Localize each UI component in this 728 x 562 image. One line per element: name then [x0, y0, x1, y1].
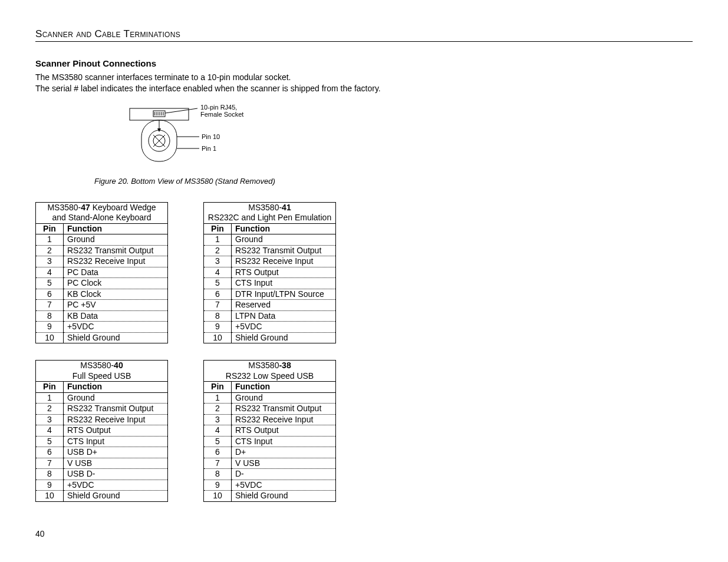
pin-cell: 8 — [204, 469, 232, 480]
table-row: 8D- — [204, 469, 336, 480]
pin-cell: 5 — [36, 436, 64, 447]
table-row: 4RTS Output — [204, 425, 336, 437]
table-subtitle: RS232 Low Speed USB — [204, 371, 336, 382]
table-row: 1Ground — [36, 392, 168, 404]
pinout-table-38: MS3580-38RS232 Low Speed USBPinFunction1… — [203, 360, 336, 502]
table-row: 7V USB — [204, 458, 336, 469]
figure: 10-pin RJ45, Female Socket Pin 10 Pin 1 — [124, 103, 693, 173]
pin-cell: 8 — [36, 310, 64, 322]
table-subtitle: and Stand-Alone Keyboard — [36, 213, 168, 223]
pinout-table: MS3580-47 Keyboard Wedgeand Stand-Alone … — [35, 202, 168, 344]
function-cell: RS232 Receive Input — [64, 414, 168, 425]
table-row: 2RS232 Transmit Output — [204, 245, 336, 256]
table-row: 5CTS Input — [204, 278, 336, 289]
function-cell: RS232 Transmit Output — [64, 404, 168, 415]
table-subtitle: Full Speed USB — [36, 371, 168, 382]
pin-cell: 6 — [36, 289, 64, 300]
function-cell: RS232 Transmit Output — [64, 245, 168, 256]
table-row: 9+5VDC — [204, 480, 336, 491]
pinout-table-40: MS3580-40Full Speed USBPinFunction1Groun… — [35, 360, 168, 502]
pin-cell: 5 — [204, 436, 232, 447]
table-row: 5CTS Input — [204, 436, 336, 447]
table-row: 6DTR Input/LTPN Source — [204, 289, 336, 300]
function-cell: Reserved — [232, 300, 336, 311]
figure-label: Pin 10 — [202, 133, 220, 140]
function-cell: D- — [232, 469, 336, 480]
function-cell: RTS Output — [232, 267, 336, 278]
table-row: 10Shield Ground — [36, 332, 168, 343]
table-row: 3RS232 Receive Input — [36, 256, 168, 267]
pin-cell: 8 — [36, 469, 64, 480]
col-header-function: Function — [64, 223, 168, 234]
svg-rect-0 — [130, 108, 189, 120]
table-row: 2RS232 Transmit Output — [204, 404, 336, 415]
pin-cell: 3 — [204, 414, 232, 425]
pinout-table: MS3580-41RS232C and Light Pen EmulationP… — [203, 202, 336, 344]
col-header-pin: Pin — [204, 382, 232, 393]
function-cell: RTS Output — [64, 425, 168, 437]
pin-cell: 2 — [204, 245, 232, 256]
pin-cell: 9 — [204, 480, 232, 491]
pinout-table: MS3580-40Full Speed USBPinFunction1Groun… — [35, 360, 168, 502]
function-cell: LTPN Data — [232, 310, 336, 322]
pin-cell: 1 — [204, 392, 232, 404]
table-row: 4RTS Output — [204, 267, 336, 278]
pin-cell: 5 — [204, 278, 232, 289]
pin-cell: 10 — [36, 491, 64, 502]
table-row: 4RTS Output — [36, 425, 168, 437]
socket-diagram-icon: 10-pin RJ45, Female Socket Pin 10 Pin 1 — [124, 103, 277, 173]
pin-cell: 5 — [36, 278, 64, 289]
table-row: 6D+ — [204, 447, 336, 458]
function-cell: Shield Ground — [64, 332, 168, 343]
function-cell: +5VDC — [64, 322, 168, 333]
pin-cell: 3 — [204, 256, 232, 267]
function-cell: V USB — [232, 458, 336, 469]
table-row: 3RS232 Receive Input — [36, 414, 168, 425]
pin-cell: 9 — [204, 322, 232, 333]
function-cell: USB D+ — [64, 447, 168, 458]
figure-label: Female Socket — [200, 111, 243, 118]
col-header-function: Function — [64, 382, 168, 393]
function-cell: V USB — [64, 458, 168, 469]
pin-cell: 1 — [36, 234, 64, 246]
pin-cell: 4 — [204, 425, 232, 437]
function-cell: Ground — [232, 392, 336, 404]
table-row: 8USB D- — [36, 469, 168, 480]
function-cell: +5VDC — [232, 480, 336, 491]
figure-label: Pin 1 — [202, 145, 216, 152]
function-cell: CTS Input — [232, 278, 336, 289]
pin-cell: 9 — [36, 480, 64, 491]
pin-cell: 4 — [204, 267, 232, 278]
svg-line-8 — [165, 108, 197, 113]
table-row: 1Ground — [204, 234, 336, 246]
function-cell: Ground — [64, 392, 168, 404]
body-paragraph: The MS3580 scanner interfaces terminate … — [35, 72, 693, 94]
function-cell: RS232 Receive Input — [64, 256, 168, 267]
table-row: 10Shield Ground — [204, 332, 336, 343]
table-row: 2RS232 Transmit Output — [36, 404, 168, 415]
function-cell: RS232 Transmit Output — [232, 245, 336, 256]
pin-cell: 4 — [36, 267, 64, 278]
function-cell: KB Data — [64, 310, 168, 322]
table-row: 2RS232 Transmit Output — [36, 245, 168, 256]
function-cell: D+ — [232, 447, 336, 458]
table-title: MS3580-38 — [204, 361, 336, 371]
table-row: 1Ground — [36, 234, 168, 246]
table-subtitle: RS232C and Light Pen Emulation — [204, 213, 336, 223]
pin-cell: 7 — [36, 458, 64, 469]
table-row: 8KB Data — [36, 310, 168, 322]
pin-cell: 3 — [36, 256, 64, 267]
table-row: 9+5VDC — [204, 322, 336, 333]
function-cell: PC Clock — [64, 278, 168, 289]
table-row: 4PC Data — [36, 267, 168, 278]
table-row: 8LTPN Data — [204, 310, 336, 322]
pin-cell: 1 — [36, 392, 64, 404]
function-cell: +5VDC — [232, 322, 336, 333]
paragraph-line: The serial # label indicates the interfa… — [35, 84, 381, 93]
function-cell: RS232 Transmit Output — [232, 404, 336, 415]
function-cell: KB Clock — [64, 289, 168, 300]
function-cell: RTS Output — [232, 425, 336, 437]
function-cell: RS232 Receive Input — [232, 414, 336, 425]
pin-cell: 10 — [204, 491, 232, 502]
col-header-function: Function — [232, 223, 336, 234]
